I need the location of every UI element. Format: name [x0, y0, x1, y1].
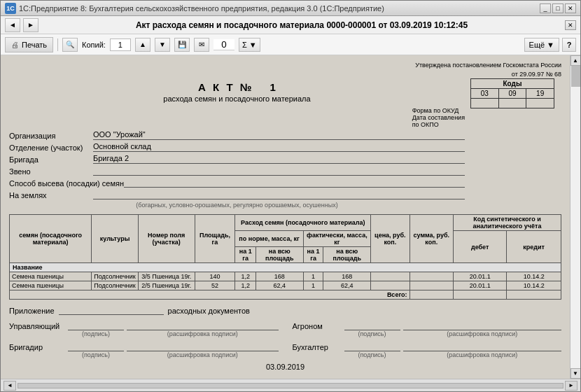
codes-section: Коды 03 09 19	[470, 78, 561, 209]
print-label: Печать	[22, 41, 47, 49]
cell-sum-1	[410, 272, 454, 281]
total-credit	[507, 290, 561, 300]
act-prefix: А К Т №	[198, 81, 253, 93]
minimize-button[interactable]: _	[540, 4, 551, 13]
cell-norm1-1: 1,2	[235, 272, 256, 281]
appendix-line	[59, 305, 164, 315]
method-label: Способ высева (посадки) семян	[9, 179, 124, 188]
agronomist-sublabel1: (подпись)	[344, 330, 400, 337]
scroll-down-button[interactable]: ▼	[570, 368, 581, 379]
lands-row: На землях	[9, 190, 465, 200]
maximize-button[interactable]: □	[552, 4, 564, 13]
cell-area-2: 52	[195, 281, 235, 290]
sum-button[interactable]: Σ ▼	[239, 38, 260, 52]
agronomist-sig-line	[344, 321, 400, 330]
cell-culture-1: Подсолнечник	[92, 272, 139, 281]
horizontal-scrollbar[interactable]	[18, 383, 564, 388]
code-3: 19	[526, 89, 554, 99]
window-title: 1С:Предприятие 8: Бухгалтерия сельскохоз…	[19, 4, 384, 13]
th-field: Номер поля (участка)	[138, 215, 195, 263]
copies-down-button[interactable]: ▼	[155, 38, 170, 52]
total-row: Всего:	[10, 290, 561, 300]
cell-seed-1: Семена пшеницы	[10, 272, 92, 281]
scroll-right-button[interactable]: ►	[565, 381, 578, 391]
brigadier-sig-line	[68, 342, 124, 351]
th-name-section: Название	[10, 263, 561, 272]
th-fact-1: на 1 га	[303, 247, 323, 263]
scroll-thumb[interactable]	[571, 66, 580, 87]
cell-sum-2	[410, 281, 454, 290]
code-blank-1	[471, 99, 499, 108]
nav-close-button[interactable]: ✕	[565, 20, 576, 30]
manager-sig-line	[68, 321, 124, 330]
send-button[interactable]: ✉	[194, 38, 209, 52]
cell-fact-total-1: 168	[323, 272, 371, 281]
total-debet	[454, 290, 507, 300]
th-norm-1: на 1 га	[235, 247, 256, 263]
cell-price-1	[371, 272, 410, 281]
title-bar: 1С 1С:Предприятие 8: Бухгалтерия сельско…	[1, 1, 580, 16]
forward-button[interactable]: ►	[23, 18, 38, 32]
close-button[interactable]: ✕	[565, 4, 576, 13]
appendix-suffix: расходных документов	[168, 307, 250, 315]
date-footer: 03.09.2019	[9, 363, 561, 371]
brigadier-name-line	[127, 342, 279, 351]
accountant-sublabel1: (подпись)	[344, 351, 400, 358]
th-seed: семян (посадочного материала)	[10, 215, 92, 263]
cell-norm1-2: 1,2	[235, 281, 256, 290]
th-culture: культуры	[92, 215, 139, 263]
method-value	[124, 178, 465, 188]
total-label: Всего:	[10, 290, 410, 300]
document-content: Утверждена постановлением Госкомстата Ро…	[1, 55, 570, 379]
accountant-sublabel2: (расшифровка подписи)	[403, 351, 562, 358]
appendix-label: Приложение	[9, 307, 55, 315]
scroll-up-button[interactable]: ▲	[570, 55, 581, 66]
org-label: Организация	[9, 132, 93, 140]
agronomist-label: Агроном	[293, 322, 342, 330]
separator	[57, 38, 58, 51]
th-debet: дебет	[454, 231, 507, 263]
table-row: Семена пшеницы Подсолнечник 3/5 Пшеница …	[10, 272, 561, 281]
copies-up-button[interactable]: ▲	[135, 38, 150, 52]
printer-icon: 🖨	[11, 41, 19, 49]
approved-date: от 29.09.97 № 68	[9, 70, 561, 79]
print-button[interactable]: 🖨 Печать	[5, 37, 53, 52]
dept-label: Отделение (участок)	[9, 144, 93, 152]
save-button[interactable]: 💾	[174, 38, 190, 52]
code-2: 09	[498, 89, 526, 99]
accountant-name-line	[403, 342, 562, 351]
cell-debet-2: 20.01.1	[454, 281, 507, 290]
dept-value: Основной склад	[93, 142, 465, 152]
brigadier-sublabel2: (расшифровка подписи)	[127, 351, 279, 358]
cell-fact1-2: 1	[303, 281, 323, 290]
agronomist-name-line	[403, 321, 562, 330]
manager-sublabel2: (расшифровка подписи)	[127, 330, 279, 337]
lands-value	[93, 190, 465, 200]
scroll-track	[570, 66, 580, 368]
more-button[interactable]: Ещё ▼	[524, 38, 559, 52]
toolbar: 🖨 Печать 🔍 Копий: ▲ ▼ 💾 ✉ Σ ▼ Ещё ▼ ?	[1, 34, 580, 55]
agronomist-sublabel2: (расшифровка подписи)	[403, 330, 562, 337]
th-sum: сумма, руб. коп.	[410, 215, 454, 263]
scroll-left-button[interactable]: ◄	[4, 381, 16, 391]
nav-bar: ◄ ► Акт расхода семян и посадочного мате…	[1, 16, 580, 34]
th-credit: кредит	[507, 231, 561, 263]
back-button[interactable]: ◄	[5, 18, 20, 32]
zero-field[interactable]	[214, 39, 234, 50]
table-row: Семена пшеницы Подсолнечник 2/5 Пшеница …	[10, 281, 561, 290]
help-button[interactable]: ?	[562, 38, 576, 52]
cell-debet-1: 20.01.1	[454, 272, 507, 281]
brigade-row: Бригада Бригада 2	[9, 154, 465, 164]
document-title: Акт расхода семян и посадочного материал…	[41, 20, 562, 30]
copies-input[interactable]	[110, 38, 131, 51]
scrollbar[interactable]: ▲ ▼	[570, 55, 580, 379]
app-icon: 1С	[5, 3, 16, 14]
cell-credit-2: 10.14.2	[507, 281, 561, 290]
search-button[interactable]: 🔍	[62, 38, 78, 52]
footer-section: Приложение расходных документов Управляю…	[9, 305, 561, 371]
brigade-value: Бригада 2	[93, 154, 465, 164]
total-sum	[410, 290, 454, 300]
th-price: цена, руб. коп.	[371, 215, 410, 263]
th-fact: фактически, масса, кг	[303, 231, 370, 247]
approved-section: Утверждена постановлением Госкомстата Ро…	[9, 61, 561, 78]
